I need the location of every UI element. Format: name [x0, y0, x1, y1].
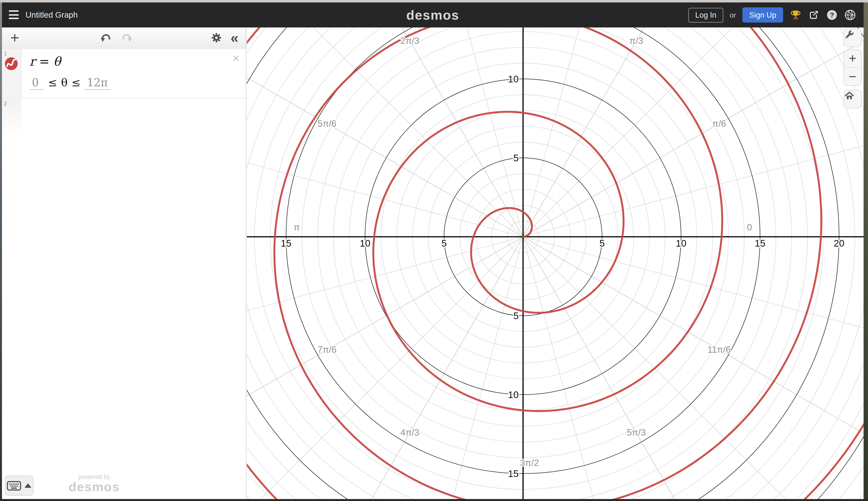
svg-text:5: 5	[513, 311, 519, 321]
svg-text:π: π	[293, 222, 300, 232]
curve-style-icon[interactable]	[4, 57, 18, 71]
svg-text:5π/3: 5π/3	[627, 427, 646, 438]
leq-symbol: ≤	[48, 76, 57, 89]
domain-min-input[interactable]: 0	[30, 76, 44, 90]
zoom-in-button[interactable]: +	[844, 50, 861, 68]
help-icon[interactable]: ?	[826, 9, 838, 21]
expression-row-1[interactable]: 1 r = θ 0≤θ≤12π ×	[2, 49, 246, 98]
top-bar: Untitled Graph desmos Log In or Sign Up	[2, 2, 864, 28]
share-icon[interactable]	[808, 9, 819, 21]
expression-row-2[interactable]: 2	[2, 99, 246, 136]
trophy-icon[interactable]	[789, 9, 801, 21]
login-button[interactable]: Log In	[688, 8, 723, 22]
domain-variable: θ	[61, 76, 68, 89]
svg-text:20: 20	[834, 238, 844, 248]
svg-text:π/3: π/3	[629, 36, 643, 46]
graph-paper[interactable]: 151055101520105510150π/6π/32π/35π/6π7π/6…	[247, 28, 864, 499]
svg-text:5: 5	[441, 238, 447, 248]
grid-rings	[247, 28, 864, 499]
home-icon	[844, 90, 855, 101]
svg-text:2π/3: 2π/3	[400, 36, 419, 46]
svg-text:10: 10	[676, 238, 686, 248]
svg-text:15: 15	[281, 238, 291, 248]
desmos-watermark: powered by desmos	[60, 473, 128, 494]
watermark-line2: desmos	[60, 479, 128, 494]
svg-text:15: 15	[508, 468, 519, 479]
polar-graph[interactable]: 151055101520105510150π/6π/32π/35π/6π7π/6…	[247, 28, 864, 499]
svg-text:?: ?	[829, 11, 834, 19]
svg-text:4π/3: 4π/3	[400, 427, 419, 438]
axis-labels: 151055101520105510150π/6π/32π/35π/6π7π/6…	[281, 36, 844, 479]
expr-rhs: θ	[53, 54, 61, 68]
graph-settings-button[interactable]	[844, 29, 861, 47]
desktop-edge-top	[0, 0, 868, 2]
svg-text:10: 10	[360, 238, 370, 248]
desmos-app-window: Untitled Graph desmos Log In or Sign Up	[2, 2, 864, 499]
svg-text:5: 5	[513, 153, 519, 163]
expression-list-panel: +	[2, 28, 246, 499]
expression-gutter: 1	[2, 49, 22, 98]
svg-text:5π/6: 5π/6	[317, 119, 336, 129]
zoom-controls: + −	[844, 50, 861, 86]
svg-text:3π/2: 3π/2	[520, 458, 539, 468]
svg-text:10: 10	[508, 390, 519, 400]
signup-button[interactable]: Sign Up	[742, 7, 783, 23]
main-content: +	[2, 28, 864, 499]
keyboard-icon	[7, 481, 21, 490]
expr-lhs: r	[30, 54, 35, 68]
gear-icon[interactable]	[209, 30, 224, 45]
expression-gutter-empty: 2	[2, 99, 22, 136]
expression-latex[interactable]: r = θ	[30, 54, 61, 68]
desktop: Untitled Graph desmos Log In or Sign Up	[0, 0, 868, 501]
row-index: 1	[4, 51, 7, 56]
leq-symbol-2: ≤	[71, 76, 81, 89]
wrench-icon	[844, 29, 855, 40]
watermark-line1: powered by	[60, 473, 128, 480]
svg-text:7π/6: 7π/6	[317, 345, 336, 355]
topbar-actions: Log In or Sign Up	[688, 2, 856, 28]
desktop-edge-left	[0, 2, 2, 501]
undo-button[interactable]	[98, 30, 114, 45]
zoom-out-button[interactable]: −	[844, 68, 861, 85]
or-label: or	[730, 11, 736, 19]
add-expression-button[interactable]: +	[7, 30, 23, 45]
keyboard-toggle-button[interactable]	[5, 476, 33, 495]
desktop-edge-bottom	[0, 499, 868, 501]
svg-text:0: 0	[747, 222, 752, 232]
svg-text:15: 15	[755, 238, 765, 248]
delete-expression-button[interactable]: ×	[230, 50, 242, 67]
svg-text:11π/6: 11π/6	[708, 345, 731, 355]
collapse-panel-button[interactable]: «	[227, 30, 242, 45]
default-viewport-button[interactable]	[844, 90, 861, 108]
caret-up-icon	[24, 483, 31, 488]
domain-restriction[interactable]: 0≤θ≤12π	[30, 76, 111, 90]
svg-text:10: 10	[508, 74, 519, 84]
expressions-toolbar: +	[2, 28, 246, 50]
redo-button[interactable]	[119, 30, 134, 45]
expr-eq: =	[35, 54, 53, 68]
domain-max-input[interactable]: 12π	[84, 76, 111, 90]
svg-text:5: 5	[599, 238, 605, 248]
desktop-edge-right	[864, 2, 868, 501]
globe-icon[interactable]	[844, 9, 856, 21]
row-index: 2	[4, 100, 7, 106]
svg-text:π/6: π/6	[712, 119, 726, 129]
